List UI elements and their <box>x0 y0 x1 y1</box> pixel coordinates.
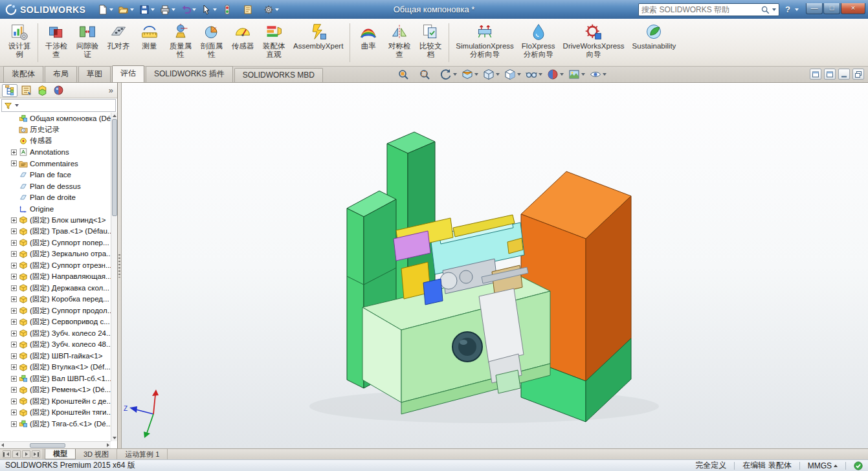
chuck-cylinder[interactable] <box>452 332 482 362</box>
sensor-button[interactable]: 传感器 <box>227 21 258 65</box>
save-button[interactable] <box>137 3 157 16</box>
dropdown-caret-icon[interactable] <box>213 8 217 11</box>
command-tab[interactable]: 评估 <box>112 65 144 82</box>
tree-item[interactable]: Общая компоновка (Dé <box>0 113 111 124</box>
right-pane-button[interactable] <box>824 69 836 80</box>
dropdown-caret-icon[interactable] <box>172 8 175 11</box>
configurationmanager-tab[interactable] <box>34 84 50 97</box>
tree-item[interactable]: (固定) Вал ШВП-сб.<1... <box>0 373 111 385</box>
command-tab[interactable]: 布局 <box>45 66 77 82</box>
dropdown-caret-icon[interactable] <box>603 73 606 76</box>
tree-item[interactable]: (固定) Блок шпинд<1> <box>0 215 111 226</box>
tree-item[interactable]: Origine <box>0 203 111 215</box>
close-button[interactable]: × <box>841 3 865 14</box>
expand-icon[interactable] <box>11 285 17 291</box>
dropdown-caret-icon[interactable] <box>539 73 542 76</box>
rebuild-button[interactable] <box>220 3 239 16</box>
previous-view-button[interactable] <box>439 68 458 81</box>
tree-item[interactable]: Annotations <box>0 147 111 159</box>
help-caret-icon[interactable] <box>795 8 799 11</box>
tree-item[interactable]: Plan de face <box>0 170 111 181</box>
tree-item[interactable]: 历史记录 <box>0 124 111 136</box>
assemblyxpert-button[interactable]: AssemblyXpert <box>289 21 347 65</box>
featuremanager-tab[interactable] <box>2 84 17 97</box>
curvature-button[interactable]: 曲率 <box>353 21 384 65</box>
maximize-button[interactable]: □ <box>823 3 840 14</box>
next-tab-button[interactable] <box>22 450 30 458</box>
symmetry-check-button[interactable]: 对称检 查 <box>384 21 415 65</box>
scroll-up-icon[interactable] <box>113 115 117 117</box>
dropdown-caret-icon[interactable] <box>560 73 564 76</box>
minimize-button[interactable]: — <box>806 3 823 14</box>
expand-icon[interactable] <box>11 296 17 302</box>
help-button[interactable]: ? <box>783 5 792 14</box>
tree-item[interactable]: (固定) Сервопривод с... <box>0 316 111 328</box>
hide-show-items-button[interactable] <box>524 68 544 81</box>
tree-item[interactable]: (固定) Направляющая... <box>0 271 111 283</box>
scroll-thumb[interactable] <box>112 119 117 216</box>
measure-button[interactable]: 测量 <box>134 21 165 65</box>
expand-icon[interactable] <box>11 274 17 279</box>
tree-item[interactable]: (固定) Суппорт продол... <box>0 305 111 317</box>
edit-appearance-button[interactable] <box>546 68 565 81</box>
dropdown-caret-icon[interactable] <box>109 8 113 11</box>
floxpress-button[interactable]: FloXpress 分析向导 <box>518 21 559 65</box>
model-tab[interactable]: 运动算例 1 <box>117 449 168 459</box>
dropdown-caret-icon[interactable] <box>474 73 478 76</box>
splitter-grip-icon[interactable] <box>118 254 120 278</box>
expand-icon[interactable] <box>11 308 17 314</box>
last-tab-button[interactable] <box>32 450 40 458</box>
tree-item[interactable]: (固定) Тяга-сб.<1> (Dé... <box>0 419 111 430</box>
filter-icon[interactable] <box>4 102 12 110</box>
units-caret-icon[interactable] <box>834 465 838 467</box>
scroll-left-icon[interactable] <box>1 443 4 447</box>
filter-bar[interactable] <box>1 99 116 112</box>
expand-icon[interactable] <box>11 399 17 404</box>
design-study-button[interactable]: 设计算 例 <box>4 21 35 65</box>
view-orientation-button[interactable] <box>482 68 501 81</box>
displaymanager-tab[interactable] <box>50 84 66 97</box>
view-settings-button[interactable] <box>588 68 608 81</box>
compare-documents-button[interactable]: 比较文 档 <box>415 21 446 65</box>
search-icon[interactable] <box>761 5 770 14</box>
expand-icon[interactable] <box>11 342 17 347</box>
dropdown-caret-icon[interactable] <box>275 8 279 11</box>
propertymanager-tab[interactable] <box>18 84 34 97</box>
scroll-right-icon[interactable] <box>107 443 109 447</box>
assembly-model[interactable]: Z <box>122 83 868 448</box>
expand-icon[interactable] <box>11 217 17 223</box>
expand-icon[interactable] <box>11 376 17 382</box>
assembly-visualization-button[interactable]: 装配体 直观 <box>258 21 289 65</box>
left-pane-button[interactable] <box>810 69 821 80</box>
expand-icon[interactable] <box>11 160 17 166</box>
simulationxpress-button[interactable]: SimulationXpress 分析向导 <box>452 21 517 65</box>
tree-item[interactable]: (固定) Коробка перед... <box>0 294 111 305</box>
command-tab[interactable]: 草图 <box>78 66 111 82</box>
model-tab[interactable]: 3D 视图 <box>76 449 117 459</box>
driveworksxpress-button[interactable]: DriveWorksXpress 向导 <box>559 21 629 65</box>
search-box[interactable] <box>638 3 779 16</box>
command-tab[interactable]: SOLIDWORKS MBD <box>234 68 323 82</box>
expand-icon[interactable] <box>11 263 17 268</box>
expand-icon[interactable] <box>11 251 17 257</box>
previous-tab-button[interactable] <box>12 450 21 458</box>
tree-item[interactable]: 传感器 <box>0 135 111 147</box>
scroll-down-icon[interactable] <box>113 437 117 439</box>
print-button[interactable] <box>158 3 177 16</box>
file-properties-button[interactable] <box>241 3 260 16</box>
expand-panel-chevron[interactable]: » <box>107 86 115 94</box>
open-document-button[interactable] <box>117 3 136 16</box>
graphics-area[interactable]: Z <box>122 83 868 448</box>
select-button[interactable] <box>199 3 219 16</box>
dropdown-caret-icon[interactable] <box>453 73 457 76</box>
mass-properties-button[interactable]: 质量属 性 <box>165 21 196 65</box>
dropdown-caret-icon[interactable] <box>496 73 500 76</box>
dropdown-caret-icon[interactable] <box>581 73 585 76</box>
tree-item[interactable]: (固定) Державка скол... <box>0 283 111 294</box>
expand-icon[interactable] <box>11 240 17 246</box>
minimize-document-button[interactable] <box>838 69 850 80</box>
dropdown-caret-icon[interactable] <box>151 8 155 11</box>
expand-icon[interactable] <box>11 387 17 393</box>
undo-button[interactable] <box>179 3 198 16</box>
tree-item[interactable]: (固定) Зеркально отра... <box>0 248 111 260</box>
